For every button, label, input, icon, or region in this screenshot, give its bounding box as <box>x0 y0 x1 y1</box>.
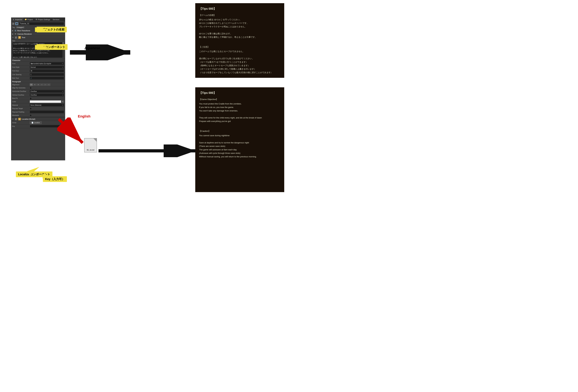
localize-component-section: ▼ ✓ L Localize (Script) Script 📄 Localiz… <box>11 117 65 128</box>
object-icon: ⬛ <box>15 22 18 25</box>
tag-label: Tag <box>12 27 15 28</box>
align-left-btn[interactable]: ≡ <box>30 83 33 86</box>
vertical-overflow-select[interactable]: Overflow <box>30 93 64 96</box>
jp-line-2: ゆりかごが破壊されてしまうとゲームオーバーです。 <box>199 21 281 25</box>
align-by-geometry-checkbox[interactable] <box>30 87 32 89</box>
object-name-row: ✓ ⬛ <box>11 21 65 26</box>
maskable-label: Maskable <box>12 115 30 116</box>
canvas-renderer-label: Canvas Renderer <box>17 33 32 35</box>
tab-project-label: Project <box>27 19 33 20</box>
japanese-label: Japanese <box>84 46 100 50</box>
game-panel-english: 【Tips 000】 【Game Objective】 You must pro… <box>195 87 284 192</box>
paragraph-section-header: Paragraph <box>11 80 65 83</box>
rich-text-label: Rich Text <box>12 77 30 79</box>
text-active-checkbox[interactable]: ✓ <box>15 37 17 39</box>
best-fit-label: Best Fit <box>12 97 30 99</box>
object-name-input[interactable] <box>19 22 64 25</box>
font-name: A▶rounded-mplus-2p-regular <box>31 63 51 64</box>
script-row: Script 📄 Localize <box>11 121 65 125</box>
line-spacing-value[interactable]: 1 <box>30 73 64 76</box>
canvas-renderer-icon: 👁 <box>15 33 16 35</box>
align-center-btn[interactable]: ≡ <box>33 83 36 86</box>
align-bottom-btn[interactable]: — <box>47 83 50 86</box>
align-right-btn[interactable]: ≡ <box>37 83 40 86</box>
game-panel-top-title: 【Tips 000】 <box>199 6 281 11</box>
maskable-checkbox[interactable] <box>30 115 32 116</box>
color-swatch[interactable] <box>30 100 61 103</box>
font-style-value: Normal <box>31 66 36 68</box>
vertical-overflow-row: Vertical Overflow Overflow <box>11 93 65 97</box>
material-row: Material None (Material) ⊙ <box>11 103 65 107</box>
jp-caution-6: （つまり任意でセーブをしていなくても最大2日前の朝に戻すことができます） <box>199 71 281 74</box>
tab-services-label: Services <box>53 19 59 20</box>
raycast-target-checkbox[interactable] <box>30 108 32 110</box>
text-header-row[interactable]: ▼ ✓ T Text <box>11 36 65 39</box>
expand-arrow-3: ▼ <box>12 37 14 38</box>
en-caution-5: (Autosave will cycle through three save … <box>199 151 281 155</box>
horizontal-overflow-select[interactable]: Overflow <box>30 90 64 93</box>
font-label: Font <box>12 63 30 64</box>
key-label: Key <box>12 126 30 127</box>
jp-line-3: プレイヤーキャラクターが死ぬことはありません。 <box>199 25 281 28</box>
localize-component-label: Localize (Script) <box>22 118 35 120</box>
text-component-icon: T <box>18 36 21 39</box>
en-section2-text: You cannot save during nighttime Save at… <box>199 134 281 158</box>
vertical-overflow-label: Vertical Overflow <box>12 94 30 96</box>
expand-arrow: ▶ <box>12 30 13 31</box>
object-active-checkbox[interactable]: ✓ <box>12 23 14 25</box>
rich-text-checkbox[interactable]: ✓ <box>30 77 64 80</box>
font-row: Font A▶rounded-mplus-2p-regular ⊙ <box>11 62 65 65</box>
material-target-icon: ⊙ <box>62 104 63 106</box>
alignment-label: Alignment <box>12 84 30 86</box>
canvas-renderer-row[interactable]: ▶ 👁 Canvas Renderer <box>11 32 65 36</box>
en-section2-header: 【Caution】 <box>199 130 281 133</box>
tab-inspector[interactable]: ℹ Inspector <box>11 18 24 21</box>
gear-icon: ⚙ <box>35 19 37 20</box>
tag-value[interactable]: Untagged <box>16 26 24 28</box>
color-picker-icon[interactable]: ✎ <box>61 100 64 103</box>
localize-expand-arrow: ▼ <box>12 118 14 120</box>
color-label: Color <box>12 101 30 103</box>
file-label: 01_en.txt <box>87 149 94 151</box>
tab-project-settings[interactable]: ⚙ Project Settings <box>34 18 51 21</box>
jp-caution-4: （朝6時になるとオートセーブも更新されていきます） <box>199 64 281 67</box>
align-by-geometry-row: Align By Geometry <box>11 86 65 89</box>
alignment-buttons: ≡ ≡ ≡ — — — <box>30 83 50 86</box>
tab-project[interactable]: 📁 Project <box>24 18 34 21</box>
localize-icon: L <box>18 118 21 120</box>
callout-text-component: Text コンポーネント <box>37 44 67 50</box>
font-size-value[interactable]: 36 <box>30 69 64 72</box>
font-target-icon: ⊙ <box>62 63 63 64</box>
game-panel-bottom-title: 【Tips 000】 <box>199 90 281 95</box>
en-section1-text: You must protect the Cradle from the zom… <box>199 102 281 123</box>
localize-active-checkbox[interactable]: ✓ <box>15 118 17 120</box>
font-style-label: Font Style <box>12 66 30 68</box>
jp-section1-text: 赤ちゃんの眠る ゆりかご を守ってください。 ゆりかごが破壊されてしまうとゲーム… <box>199 18 281 39</box>
localize-script-btn[interactable]: 📄 Localize <box>30 121 42 124</box>
callout-object-name: オブジェクトの名前 <box>37 27 67 32</box>
align-top-btn[interactable]: — <box>40 83 43 86</box>
jp-line-1: 赤ちゃんの眠る ゆりかご を守ってください。 <box>199 18 281 21</box>
alignment-row: Alignment ≡ ≡ ≡ — — — <box>11 83 65 86</box>
font-style-select[interactable]: Normal <box>30 66 64 69</box>
jp-line-4: ゆりかごを襲う敵は夜に訪れます。 <box>199 32 281 35</box>
rich-text-row: Rich Text ✓ <box>11 76 65 80</box>
en-caution-2: Save at daytime and try to survive the d… <box>199 141 281 144</box>
game-panel-japanese: 【Tips 000】 【ゲームの目標】 赤ちゃんの眠る ゆりかご を守ってくださ… <box>195 3 284 78</box>
rich-text-checkmark: ✓ <box>31 77 32 79</box>
key-input[interactable] <box>30 125 64 128</box>
raycast-padding-value <box>30 111 64 113</box>
tab-project-settings-label: Project Settings <box>38 19 50 20</box>
raycast-target-label: Raycast Target <box>12 108 30 109</box>
localize-header[interactable]: ▼ ✓ L Localize (Script) <box>11 117 65 121</box>
text-area-label: Text <box>12 40 64 42</box>
en-line-5: Prepare with everything you've got <box>199 120 281 123</box>
align-middle-btn[interactable]: — <box>44 83 47 86</box>
jp-line-5: 敵に備えて何を優先して準備するか、考えることが大事です。 <box>199 35 281 39</box>
jp-section1-header: 【ゲームの目標】 <box>199 13 281 17</box>
tab-services[interactable]: Services <box>51 18 61 21</box>
english-label: English <box>78 114 90 118</box>
font-size-label: Font Size <box>12 70 30 72</box>
best-fit-checkbox[interactable] <box>30 97 32 99</box>
jp-section2-header: 【ご注意】 <box>199 45 281 49</box>
